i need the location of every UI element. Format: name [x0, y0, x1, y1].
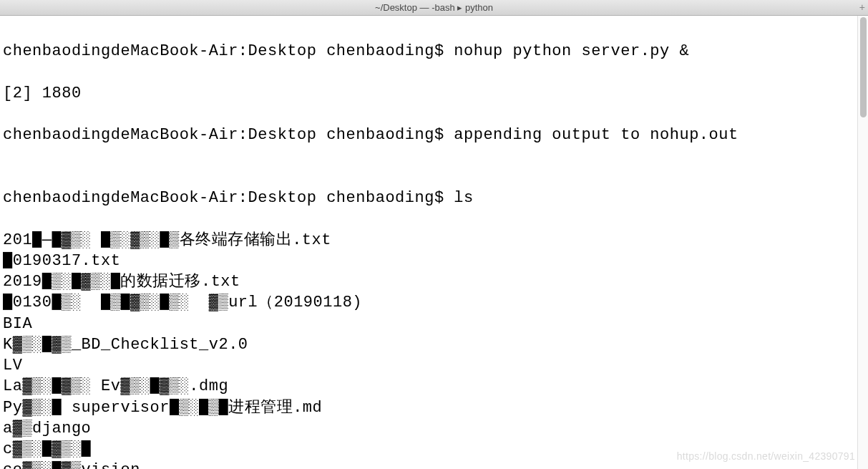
ls-file-entry: █0190317.txt: [3, 251, 865, 271]
window-title: ~/Desktop — -bash ▸ python: [375, 2, 493, 13]
watermark-text: https://blog.csdn.net/weixin_42390791: [677, 450, 855, 462]
terminal-line: chenbaodingdeMacBook-Air:Desktop chenbao…: [3, 125, 865, 145]
new-tab-button[interactable]: +: [859, 1, 865, 13]
terminal-line: chenbaodingdeMacBook-Air:Desktop chenbao…: [3, 41, 865, 62]
window-titlebar: ~/Desktop — -bash ▸ python +: [0, 0, 868, 16]
shell-prompt: chenbaodingdeMacBook-Air:Desktop chenbao…: [3, 42, 454, 60]
ls-file-entry: La▓▒░█▓▒░ Ev▓▒░█▓▒░.dmg: [3, 376, 865, 397]
shell-prompt: chenbaodingdeMacBook-Air:Desktop chenbao…: [3, 126, 454, 144]
ls-output-block: 201█—█▓▒░ █▒░▓▒░█▒各终端存储输出.txt█0190317.tx…: [3, 230, 865, 470]
scrollbar-thumb[interactable]: [860, 17, 867, 117]
ls-file-entry: K▓▒░█▓▒_BD_Checklist_v2.0: [3, 334, 865, 355]
ls-file-entry: a▓▒django: [3, 418, 865, 439]
command-text: ls: [454, 189, 473, 207]
command-text: nohup python server.py &: [454, 42, 689, 60]
terminal-line: [2] 1880: [3, 83, 865, 104]
ls-file-entry: Py▓▒░█ supervisor█▒░█▒█进程管理.md: [3, 397, 865, 418]
ls-file-entry: 201█—█▓▒░ █▒░▓▒░█▒各终端存储输出.txt: [3, 230, 865, 251]
ls-file-entry: █0130█▒░ █▒█▓▒░█▒░ ▓▒url（20190118): [3, 292, 865, 313]
ls-file-entry: 2019█▒░█▓▒░█的数据迁移.txt: [3, 271, 865, 292]
vertical-scrollbar[interactable]: [857, 16, 868, 469]
output-text: appending output to nohup.out: [454, 126, 738, 144]
terminal-output[interactable]: chenbaodingdeMacBook-Air:Desktop chenbao…: [0, 16, 868, 469]
shell-prompt: chenbaodingdeMacBook-Air:Desktop chenbao…: [3, 189, 454, 207]
terminal-line: chenbaodingdeMacBook-Air:Desktop chenbao…: [3, 188, 865, 208]
ls-file-entry: BIA: [3, 314, 865, 334]
ls-file-entry: LV: [3, 355, 865, 376]
